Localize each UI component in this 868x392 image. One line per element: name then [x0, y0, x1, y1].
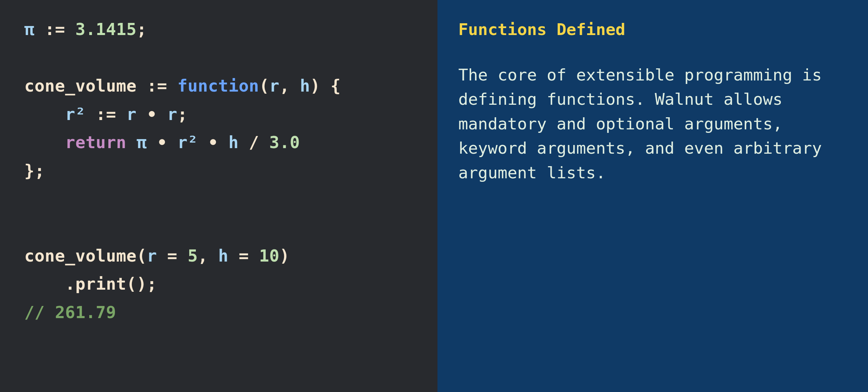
ident-r2: r²	[177, 133, 198, 152]
indent	[24, 104, 65, 124]
indent	[24, 274, 65, 293]
keyword-function: function	[177, 76, 259, 95]
code-line-4: return π • r² • h / 3.0	[24, 128, 413, 157]
code-panel: π := 3.1415; cone_volume := function(r, …	[0, 0, 437, 392]
assign-op: :=	[136, 76, 177, 95]
space	[126, 133, 136, 152]
doc-panel: Functions Defined The core of extensible…	[437, 0, 868, 392]
code-line-8: // 261.79	[24, 298, 413, 327]
indent	[24, 133, 65, 152]
method-print: .print();	[65, 274, 157, 293]
param-r: r	[147, 246, 157, 265]
code-line-1: π := 3.1415;	[24, 15, 413, 44]
close-paren-brace: ) {	[310, 76, 341, 95]
code-line-3: r² := r • r;	[24, 100, 413, 129]
code-line-6: cone_volume(r = 5, h = 10)	[24, 242, 413, 270]
semicolon: ;	[136, 19, 147, 39]
close-brace: };	[24, 161, 45, 180]
code-line-2: cone_volume := function(r, h) {	[24, 72, 413, 100]
number-literal: 3.0	[269, 133, 300, 152]
blank-line	[24, 213, 413, 242]
dot-op: •	[136, 104, 167, 124]
param-r: r	[269, 76, 279, 95]
comment-output: // 261.79	[24, 302, 116, 322]
param-h: h	[300, 76, 310, 95]
doc-title: Functions Defined	[458, 17, 847, 42]
ident-r: r	[167, 104, 177, 124]
ident-h: h	[228, 133, 239, 152]
doc-body: The core of extensible programming is de…	[458, 63, 847, 185]
open-paren: (	[259, 76, 269, 95]
number-literal: 10	[259, 246, 279, 265]
number-literal: 3.1415	[75, 19, 136, 39]
code-line-7: .print();	[24, 270, 413, 298]
semicolon: ;	[177, 104, 187, 124]
keyword-return: return	[65, 133, 126, 152]
assign-op: :=	[34, 19, 75, 39]
ident-cone-volume: cone_volume	[24, 246, 136, 265]
param-h: h	[218, 246, 228, 265]
comma: ,	[279, 76, 300, 95]
ident-r2: r²	[65, 104, 86, 124]
ident-pi: π	[24, 19, 34, 39]
ident-pi: π	[136, 133, 147, 152]
code-line-5: };	[24, 157, 413, 185]
ident-r: r	[126, 104, 136, 124]
assign-op: :=	[85, 104, 126, 124]
open-paren: (	[136, 246, 147, 265]
ident-cone-volume: cone_volume	[24, 76, 136, 95]
dot-op: •	[198, 133, 228, 152]
equals: =	[157, 246, 187, 265]
blank-line	[24, 185, 413, 214]
close-paren: )	[279, 246, 290, 265]
comma: ,	[198, 246, 218, 265]
div-op: /	[239, 133, 269, 152]
dot-op: •	[147, 133, 177, 152]
number-literal: 5	[187, 246, 198, 265]
equals: =	[228, 246, 259, 265]
blank-line	[24, 44, 413, 72]
